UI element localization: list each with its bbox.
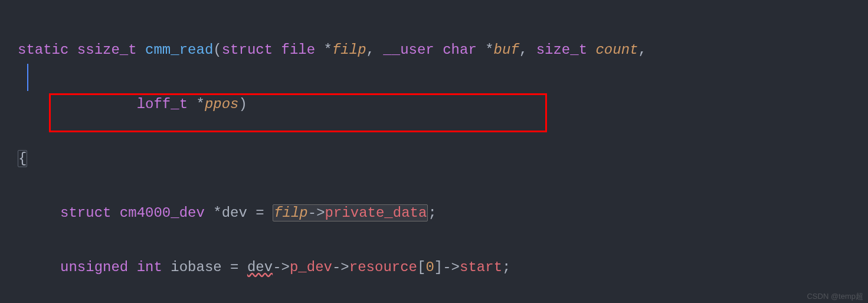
cursor [27,64,28,91]
code-line-4: struct cm4000_dev *dev = filp->private_d… [18,200,868,227]
kw-struct: struct [222,42,273,58]
prop-resource: resource [349,259,417,275]
ident-iobase: iobase [171,259,221,275]
type-ssize_t: ssize_t [77,42,137,58]
open-brace: { [18,150,27,167]
code-editor[interactable]: static ssize_t cmm_read(struct file *fil… [0,0,868,303]
kw-int: int [137,259,162,275]
ident-dev-error: dev [247,259,273,275]
star: * [485,42,493,58]
kw-unsigned: unsigned [60,259,128,275]
param-filp: filp [332,42,366,58]
param-count: count [595,42,638,58]
selection-highlight: filp->private_data [273,204,428,221]
prop-start: start [460,259,502,275]
semi: ; [428,205,436,221]
kw-char: char [443,42,477,58]
comma: , [366,42,375,58]
arrow: -> [273,259,290,275]
kw-user: __user [383,42,434,58]
code-line-3: { [18,145,868,172]
prop-p_dev: p_dev [290,259,332,275]
semi: ; [502,259,510,275]
ident-filp: filp [274,205,308,221]
num-zero: 0 [425,259,434,275]
param-buf: buf [494,42,519,58]
comma: , [638,42,646,58]
type-size_t: size_t [536,42,587,58]
eq: = [256,205,264,221]
star: * [196,96,204,112]
type-file: file [281,42,316,58]
close-paren: ) [238,96,247,112]
type-cm4000_dev: cm4000_dev [120,205,205,221]
code-line-5: unsigned int iobase = dev->p_dev->resour… [18,254,868,281]
comma: , [519,42,528,58]
prop-private_data: private_data [325,205,427,221]
kw-static: static [18,42,68,58]
star: * [324,42,332,58]
arrow: -> [332,259,349,275]
star: * [213,205,221,221]
kw-struct: struct [60,205,111,221]
ident-dev: dev [222,205,247,221]
arrow: -> [308,205,325,221]
code-line-1: static ssize_t cmm_read(struct file *fil… [18,37,868,64]
open-paren: ( [213,42,221,58]
close-bracket: ] [434,259,443,275]
arrow: -> [443,259,460,275]
eq: = [230,259,238,275]
code-line-2: loff_t *ppos) [18,91,868,118]
type-loff_t: loff_t [137,96,188,112]
fn-name: cmm_read [145,42,213,58]
param-ppos: ppos [205,96,239,112]
open-bracket: [ [417,259,425,275]
